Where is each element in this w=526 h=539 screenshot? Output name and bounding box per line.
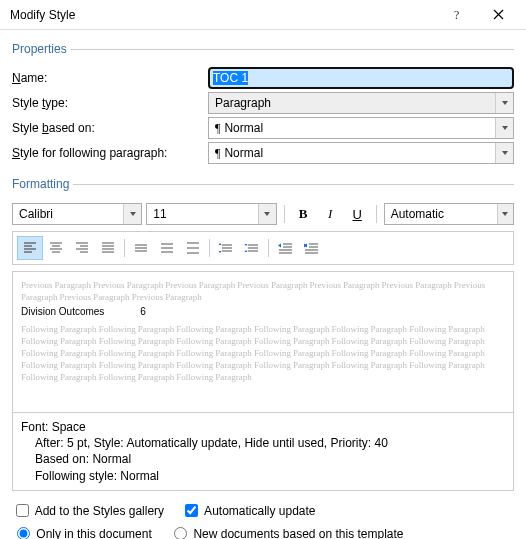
paragraph-toolbar: [12, 231, 514, 265]
checkbox-row: Add to the Styles gallery Automatically …: [12, 501, 514, 520]
desc-line2: After: 5 pt, Style: Automatically update…: [21, 435, 505, 451]
preview-prev-text: Previous Paragraph Previous Paragraph Pr…: [21, 279, 505, 303]
close-button[interactable]: [478, 1, 518, 29]
basedon-label: Style based on:: [12, 121, 202, 135]
size-combo[interactable]: 11: [146, 203, 276, 225]
font-color-value: Automatic: [385, 207, 497, 221]
radio-row: Only in this document New documents base…: [12, 524, 514, 539]
style-description: Font: Space After: 5 pt, Style: Automati…: [12, 413, 514, 491]
styletype-value: Paragraph: [209, 96, 495, 110]
desc-line1: Font: Space: [21, 419, 505, 435]
auto-update-checkbox[interactable]: Automatically update: [181, 504, 315, 518]
desc-line3: Based on: Normal: [21, 451, 505, 467]
decrease-indent-button[interactable]: [272, 236, 298, 260]
line-spacing-2-button[interactable]: [180, 236, 206, 260]
font-value: Calibri: [13, 207, 123, 221]
new-docs-radio[interactable]: New documents based on this template: [169, 527, 403, 539]
styletype-combo: Paragraph: [208, 92, 514, 114]
preview-pane: Previous Paragraph Previous Paragraph Pr…: [12, 271, 514, 413]
align-left-button[interactable]: [17, 236, 43, 260]
titlebar: Modify Style ?: [0, 0, 526, 30]
svg-text:?: ?: [454, 9, 459, 21]
align-right-button[interactable]: [69, 236, 95, 260]
font-combo[interactable]: Calibri: [12, 203, 142, 225]
preview-sample: Division Outcomes 6: [21, 305, 505, 319]
decrease-para-spacing-button[interactable]: [239, 236, 265, 260]
only-this-doc-radio[interactable]: Only in this document: [12, 527, 152, 539]
size-value: 11: [147, 207, 257, 221]
chevron-down-icon[interactable]: [495, 143, 513, 163]
desc-line4: Following style: Normal: [21, 468, 505, 484]
divider: [124, 239, 125, 257]
line-spacing-1-button[interactable]: [128, 236, 154, 260]
name-label: Name:: [12, 71, 202, 85]
bold-button[interactable]: B: [292, 203, 315, 225]
formatting-legend: Formatting: [12, 177, 73, 191]
basedon-combo[interactable]: ¶Normal: [208, 117, 514, 139]
chevron-down-icon: [495, 93, 513, 113]
align-justify-button[interactable]: [95, 236, 121, 260]
add-gallery-checkbox[interactable]: Add to the Styles gallery: [12, 504, 164, 518]
chevron-down-icon[interactable]: [123, 204, 141, 224]
divider: [268, 239, 269, 257]
divider: [376, 205, 377, 223]
following-value: ¶Normal: [209, 146, 495, 161]
align-center-button[interactable]: [43, 236, 69, 260]
help-button[interactable]: ?: [438, 1, 478, 29]
preview-sample-text: Division Outcomes: [21, 305, 104, 319]
chevron-down-icon[interactable]: [258, 204, 276, 224]
name-input[interactable]: [208, 67, 514, 89]
properties-group: Properties Name: Style type: Paragraph S…: [12, 42, 514, 167]
increase-para-spacing-button[interactable]: [213, 236, 239, 260]
chevron-down-icon[interactable]: [497, 204, 513, 224]
following-combo[interactable]: ¶Normal: [208, 142, 514, 164]
window-title: Modify Style: [10, 8, 438, 22]
preview-sample-num: 6: [140, 305, 146, 319]
following-label: Style for following paragraph:: [12, 146, 202, 160]
chevron-down-icon[interactable]: [495, 118, 513, 138]
line-spacing-1-5-button[interactable]: [154, 236, 180, 260]
styletype-label: Style type:: [12, 96, 202, 110]
increase-indent-button[interactable]: [298, 236, 324, 260]
underline-button[interactable]: U: [346, 203, 369, 225]
basedon-value: ¶Normal: [209, 121, 495, 136]
font-color-combo[interactable]: Automatic: [384, 203, 514, 225]
divider: [284, 205, 285, 223]
divider: [209, 239, 210, 257]
preview-following-text: Following Paragraph Following Paragraph …: [21, 323, 505, 384]
properties-legend: Properties: [12, 42, 71, 56]
formatting-group: Formatting Calibri 11 B I U Automatic: [12, 177, 514, 491]
italic-button[interactable]: I: [319, 203, 342, 225]
